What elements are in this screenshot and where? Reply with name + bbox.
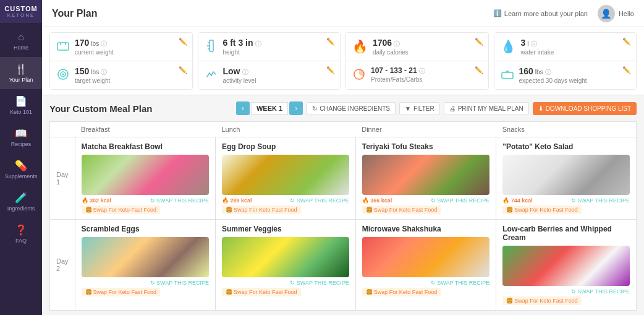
pill-icon: 💊 xyxy=(15,160,27,171)
download-button[interactable]: ⬇ DOWNLOAD SHOPPING LIST xyxy=(533,102,637,115)
prev-week-button[interactable]: ‹ xyxy=(236,101,250,115)
swap-recipe-button[interactable]: ↻ SWAP THIS RECIPE xyxy=(571,197,630,204)
download-icon: ⬇ xyxy=(538,105,543,112)
table-row: Day 1 Matcha Breakfast Bowl 🔥 302 kcal ↻… xyxy=(50,137,637,220)
keto-swap-button[interactable]: 🍔 Swap For Keto Fast Food xyxy=(502,296,582,305)
week-navigation: ‹ WEEK 1 › xyxy=(236,101,303,115)
expected-weight-value: 160 xyxy=(519,66,533,76)
keto-swap-button[interactable]: 🍔 Swap For Keto Fast Food xyxy=(82,205,161,214)
logo-sub: KETONE xyxy=(7,12,35,18)
meal-plan-controls: ‹ WEEK 1 › ↻ CHANGE INGREDIENTS ▼ FILTER… xyxy=(236,101,637,115)
current-weight-card: 170 lbs ⓘ current weight ✏️ xyxy=(50,33,192,61)
header-actions: ℹ️ Learn more about your plan 👤 Hello xyxy=(493,5,634,22)
recipe-kcal-row: ↻ SWAP THIS RECIPE xyxy=(502,288,630,295)
burger-icon: 🍔 xyxy=(506,298,513,304)
keto-swap-button[interactable]: 🍔 Swap For Keto Fast Food xyxy=(502,205,582,214)
recipe-footer: ↻ SWAP THIS RECIPE 🍔 Swap For Keto Fast … xyxy=(222,280,349,296)
print-button[interactable]: 🖨 PRINT MY MEAL PLAN xyxy=(444,102,529,115)
recipe-image[interactable] xyxy=(82,237,209,277)
meal-cell: Egg Drop Soup 🔥 289 kcal ↻ SWAP THIS REC… xyxy=(215,137,355,220)
sidebar-item-keto-101[interactable]: 📄 Keto 101 xyxy=(0,89,42,121)
swap-recipe-button[interactable]: ↻ SWAP THIS RECIPE xyxy=(150,197,209,204)
filter-button[interactable]: ▼ FILTER xyxy=(399,102,440,115)
flame-icon: 🔥 xyxy=(352,39,368,54)
recipe-image[interactable] xyxy=(502,155,630,195)
weight-icon xyxy=(56,39,70,56)
stats-row: 170 lbs ⓘ current weight ✏️ 150 lbs ⓘ xyxy=(42,27,644,95)
macros-label: Protein/Fats/Carbs xyxy=(371,76,482,83)
edit-height[interactable]: ✏️ xyxy=(326,38,335,46)
activity-label: activity level xyxy=(223,77,334,84)
burger-icon: 🍔 xyxy=(366,207,373,213)
kcal-value: 🔥 289 kcal xyxy=(222,197,252,204)
current-weight-label: current weight xyxy=(75,49,186,56)
refresh-icon: ↻ xyxy=(312,105,317,112)
water-unit: l xyxy=(527,40,528,47)
water-label: water intake xyxy=(521,49,630,56)
kcal-value: 🔥 302 kcal xyxy=(82,197,112,204)
meal-table: Breakfast Lunch Dinner Snacks Day 1 Matc… xyxy=(49,121,637,311)
recipe-image[interactable] xyxy=(362,155,490,195)
edit-water[interactable]: ✏️ xyxy=(622,38,631,46)
recipe-footer: ↻ SWAP THIS RECIPE 🍔 Swap For Keto Fast … xyxy=(82,280,209,296)
change-ingredients-button[interactable]: ↻ CHANGE INGREDIENTS xyxy=(307,102,396,115)
edit-target-weight[interactable]: ✏️ xyxy=(179,66,187,74)
edit-activity[interactable]: ✏️ xyxy=(326,66,335,74)
recipe-image[interactable] xyxy=(362,237,490,277)
swap-recipe-button[interactable]: ↻ SWAP THIS RECIPE xyxy=(431,280,489,286)
edit-calories[interactable]: ✏️ xyxy=(475,38,483,46)
swap-recipe-button[interactable]: ↻ SWAP THIS RECIPE xyxy=(571,288,630,295)
sidebar-item-your-plan[interactable]: 🍴 Your Plan xyxy=(0,57,42,89)
sidebar-item-ingredients[interactable]: 🧪 Ingredients xyxy=(0,186,42,218)
keto-swap-button[interactable]: 🍔 Swap For Keto Fast Food xyxy=(222,205,301,214)
swap-recipe-button[interactable]: ↻ SWAP THIS RECIPE xyxy=(290,197,349,204)
recipe-image[interactable] xyxy=(222,155,349,195)
sidebar-item-faq[interactable]: ❓ FAQ xyxy=(0,218,42,250)
sidebar-item-supplements[interactable]: 💊 Supplements xyxy=(0,153,42,186)
recipe-image[interactable] xyxy=(222,237,349,277)
meal-cell: Summer Veggies ↻ SWAP THIS RECIPE 🍔 Swap… xyxy=(215,220,355,311)
swap-recipe-button[interactable]: ↻ SWAP THIS RECIPE xyxy=(150,280,209,286)
recipe-kcal-row: 🔥 744 kcal ↻ SWAP THIS RECIPE xyxy=(502,197,630,204)
edit-current-weight[interactable]: ✏️ xyxy=(179,38,187,46)
keto-swap-button[interactable]: 🍔 Swap For Keto Fast Food xyxy=(82,288,161,296)
sidebar-item-label: Ingredients xyxy=(7,205,35,212)
recipe-kcal-row: 🔥 289 kcal ↻ SWAP THIS RECIPE xyxy=(222,197,349,204)
next-week-button[interactable]: › xyxy=(289,101,303,115)
burger-icon: 🍔 xyxy=(506,207,513,213)
recipe-name: Low-carb Berries and Whipped Cream xyxy=(502,225,630,242)
edit-macros[interactable]: ✏️ xyxy=(475,66,483,74)
learn-more-link[interactable]: ℹ️ Learn more about your plan xyxy=(493,9,588,17)
target-weight-label: target weight xyxy=(75,77,186,84)
target-weight-content: 150 lbs ⓘ target weight xyxy=(75,66,186,84)
expected-weight-content: 160 lbs ⓘ expected 30 days weight xyxy=(519,66,630,84)
calories-value: 1706 xyxy=(373,38,392,48)
recipe-image[interactable] xyxy=(82,155,209,195)
sidebar-item-label: Recipes xyxy=(11,141,32,147)
water-content: 3 l ⓘ water intake xyxy=(521,38,630,56)
target-weight-unit: lbs xyxy=(91,69,99,76)
logo-main: CUSTOM xyxy=(4,5,37,12)
activity-value: Low xyxy=(223,66,240,76)
kcal-value: 🔥 366 kcal xyxy=(362,197,392,204)
keto-swap-button[interactable]: 🍔 Swap For Keto Fast Food xyxy=(222,288,301,296)
sidebar: CUSTOM KETONE ⌂ Home 🍴 Your Plan 📄 Keto … xyxy=(0,0,42,315)
edit-expected-weight[interactable]: ✏️ xyxy=(622,66,631,74)
swap-recipe-button[interactable]: ↻ SWAP THIS RECIPE xyxy=(290,280,349,286)
svg-rect-6 xyxy=(210,40,213,51)
keto-swap-button[interactable]: 🍔 Swap For Keto Fast Food xyxy=(362,288,441,296)
meal-cell: Teriyaki Tofu Steaks 🔥 366 kcal ↻ SWAP T… xyxy=(355,137,496,220)
recipe-image[interactable] xyxy=(502,246,630,286)
keto-swap-button[interactable]: 🍔 Swap For Keto Fast Food xyxy=(362,205,441,214)
sidebar-item-home[interactable]: ⌂ Home xyxy=(0,25,42,57)
calories-macros-group: 🔥 1706 ⓘ daily calories ✏️ 107 - 133 - 2… xyxy=(345,32,489,90)
meal-plan-title: Your Custom Meal Plan xyxy=(49,103,152,114)
meal-plan-section: Your Custom Meal Plan ‹ WEEK 1 › ↻ CHANG… xyxy=(42,95,644,315)
lunch-col-header: Lunch xyxy=(215,122,355,137)
water-icon: 💧 xyxy=(501,39,516,54)
swap-recipe-button[interactable]: ↻ SWAP THIS RECIPE xyxy=(431,197,489,204)
macros-content: 107 - 133 - 21 ⓘ Protein/Fats/Carbs xyxy=(371,66,482,83)
height-icon xyxy=(205,39,218,56)
sidebar-item-recipes[interactable]: 📖 Recipes xyxy=(0,121,42,153)
meal-cell: Matcha Breakfast Bowl 🔥 302 kcal ↻ SWAP … xyxy=(75,137,215,220)
